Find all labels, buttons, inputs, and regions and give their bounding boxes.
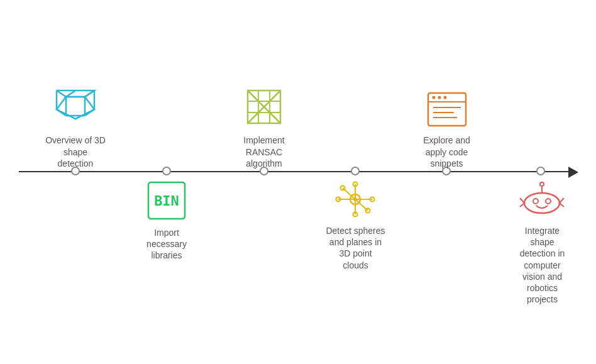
svg-line-10 bbox=[57, 91, 66, 97]
svg-point-39 bbox=[443, 96, 446, 99]
eye-network-icon bbox=[313, 179, 398, 220]
svg-line-50 bbox=[560, 198, 564, 203]
timeline-item-6: Integrate shape detection in computer vi… bbox=[500, 176, 585, 305]
svg-point-47 bbox=[540, 182, 544, 186]
dot-4 bbox=[351, 167, 360, 175]
svg-line-48 bbox=[520, 198, 524, 203]
robot-icon bbox=[500, 179, 585, 220]
cube-icon bbox=[35, 87, 116, 128]
dot-2 bbox=[162, 167, 171, 175]
timeline-item-2: BIN Import necessary libraries bbox=[126, 176, 207, 262]
item5-label: Explore and apply code snippets bbox=[407, 135, 486, 169]
timeline-line bbox=[19, 171, 572, 172]
svg-line-11 bbox=[85, 91, 94, 97]
svg-point-43 bbox=[524, 193, 560, 213]
timeline-item-4: Detect spheres and planes in 3D point cl… bbox=[313, 176, 398, 271]
item2-label: Import necessary libraries bbox=[126, 227, 207, 262]
timeline-item-5: Explore and apply code snippets bbox=[407, 91, 486, 169]
svg-point-44 bbox=[533, 199, 538, 204]
svg-line-49 bbox=[520, 203, 524, 207]
item1-label: Overview of 3D shape detection bbox=[35, 135, 116, 169]
svg-point-38 bbox=[438, 96, 441, 99]
svg-point-37 bbox=[432, 96, 435, 99]
bin-icon: BIN bbox=[126, 179, 207, 222]
grid-icon bbox=[223, 85, 305, 128]
svg-line-51 bbox=[560, 203, 564, 207]
dot-6 bbox=[536, 167, 545, 175]
timeline-container: Overview of 3D shape detection BIN Impor… bbox=[0, 0, 596, 364]
timeline-item-1: Overview of 3D shape detection bbox=[35, 87, 116, 169]
svg-text:BIN: BIN bbox=[154, 193, 179, 209]
svg-point-45 bbox=[546, 199, 551, 204]
timeline-item-3: Implement RANSAC algorithm bbox=[223, 85, 305, 169]
item4-label: Detect spheres and planes in 3D point cl… bbox=[313, 225, 398, 271]
item6-label: Integrate shape detection in computer vi… bbox=[500, 225, 585, 305]
window-icon bbox=[407, 91, 486, 128]
item3-label: Implement RANSAC algorithm bbox=[223, 135, 305, 169]
